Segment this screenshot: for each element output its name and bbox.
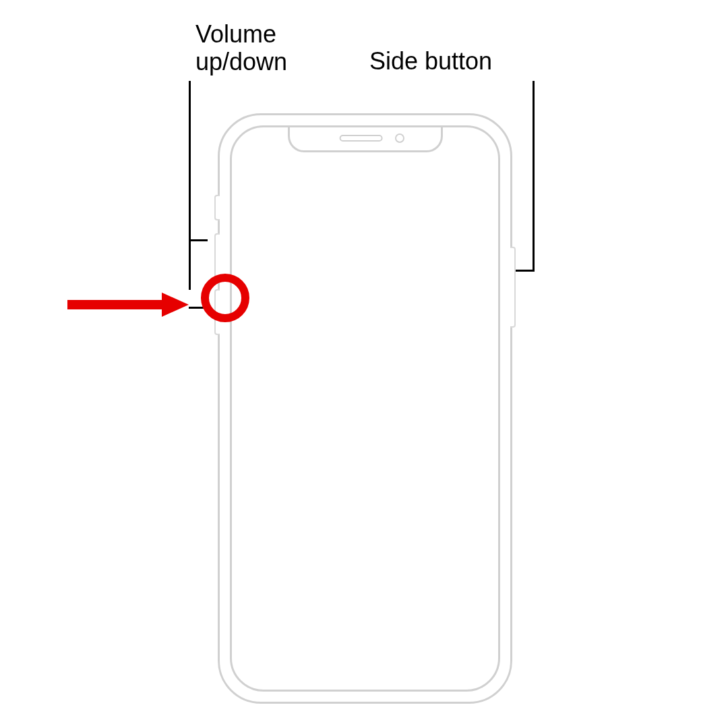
diagram-container: Volume up/down Side button: [0, 0, 728, 728]
arrow-icon: [61, 291, 189, 318]
svg-marker-2: [162, 293, 189, 317]
callout-tick-volume-up: [189, 239, 208, 241]
label-volume: Volume up/down: [195, 20, 330, 76]
notch: [288, 125, 443, 152]
callout-line-volume-vertical: [189, 81, 191, 290]
label-side: Side button: [369, 47, 492, 75]
highlight-circle: [201, 274, 249, 322]
phone-screen-bezel: [230, 125, 500, 692]
mute-switch: [214, 195, 220, 220]
speaker-grille: [339, 135, 382, 142]
side-button: [510, 247, 516, 328]
phone-outline: [218, 113, 512, 704]
callout-line-side-vertical: [533, 81, 535, 270]
volume-up-button: [214, 233, 220, 279]
front-camera: [395, 133, 404, 143]
callout-tick-side: [516, 270, 535, 272]
